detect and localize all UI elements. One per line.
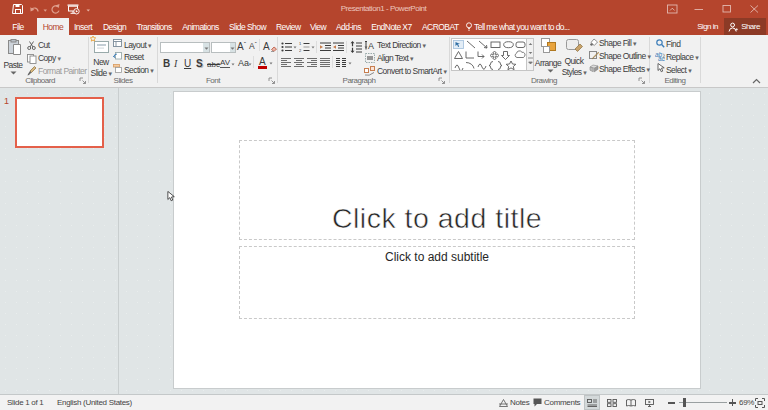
svg-text:1: 1 [299, 42, 302, 46]
svg-text:A: A [368, 41, 374, 50]
svg-text:2: 2 [299, 48, 302, 53]
